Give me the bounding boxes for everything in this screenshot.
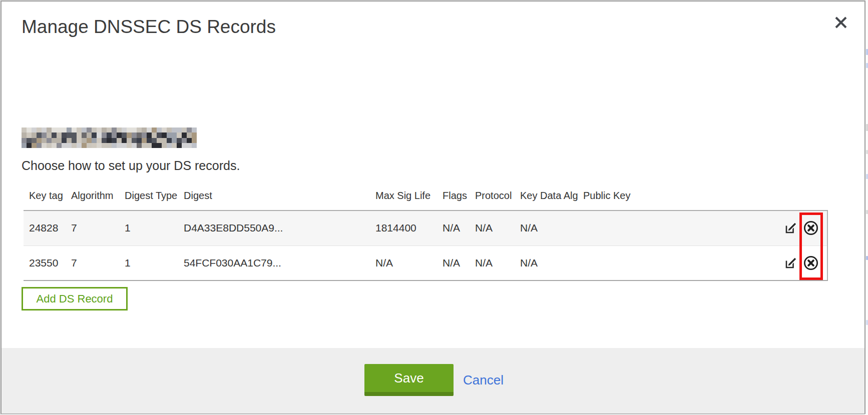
cell-max-sig-life: N/A [375, 246, 443, 280]
table-row: 24828 7 1 D4A33E8DD550A9... 1814400 N/A … [24, 210, 827, 246]
cell-algorithm: 7 [71, 210, 125, 246]
cell-public-key [583, 210, 662, 246]
row-actions [662, 246, 827, 280]
add-ds-record-button[interactable]: Add DS Record [22, 287, 128, 310]
cell-algorithm: 7 [71, 246, 125, 280]
dialog-title: Manage DNSSEC DS Records [22, 16, 276, 38]
delete-circle-icon[interactable] [803, 220, 819, 236]
cell-digest-type: 1 [125, 210, 184, 246]
cell-key-data-alg: N/A [520, 246, 583, 280]
cell-flags: N/A [443, 210, 475, 246]
col-header-protocol: Protocol [475, 182, 520, 210]
cancel-link[interactable]: Cancel [463, 372, 504, 388]
domain-name-redacted [22, 128, 197, 148]
delete-circle-icon[interactable] [803, 255, 819, 271]
ds-records-table: Key tag Algorithm Digest Type Digest Max… [24, 182, 828, 281]
col-header-actions [662, 182, 827, 210]
row-actions [662, 210, 827, 246]
edit-icon[interactable] [784, 256, 798, 270]
cell-key-tag: 24828 [24, 210, 71, 246]
col-header-algorithm: Algorithm [71, 182, 125, 210]
manage-dnssec-dialog: Manage DNSSEC DS Records Choose how to s… [1, 0, 865, 414]
col-header-key-tag: Key tag [24, 182, 71, 210]
instruction-text: Choose how to set up your DS records. [22, 158, 240, 173]
edit-icon[interactable] [784, 221, 798, 235]
close-icon[interactable] [830, 12, 852, 34]
cell-digest-type: 1 [125, 246, 184, 280]
cell-digest: D4A33E8DD550A9... [184, 210, 375, 246]
col-header-key-data-alg: Key Data Alg [520, 182, 583, 210]
cell-max-sig-life: 1814400 [375, 210, 443, 246]
cell-public-key [583, 246, 662, 280]
col-header-max-sig-life: Max Sig Life [375, 182, 443, 210]
col-header-digest-type: Digest Type [125, 182, 184, 210]
table-header-row: Key tag Algorithm Digest Type Digest Max… [24, 182, 827, 210]
cell-flags: N/A [443, 246, 475, 280]
cell-protocol: N/A [475, 210, 520, 246]
cell-digest: 54FCF030AA1C79... [184, 246, 375, 280]
col-header-public-key: Public Key [583, 182, 662, 210]
col-header-digest: Digest [184, 182, 375, 210]
cell-protocol: N/A [475, 246, 520, 280]
cell-key-data-alg: N/A [520, 210, 583, 246]
save-button[interactable]: Save [364, 364, 454, 396]
cell-key-tag: 23550 [24, 246, 71, 280]
col-header-flags: Flags [443, 182, 475, 210]
dialog-footer: Save Cancel [2, 348, 864, 414]
table-row: 23550 7 1 54FCF030AA1C79... N/A N/A N/A … [24, 246, 827, 280]
